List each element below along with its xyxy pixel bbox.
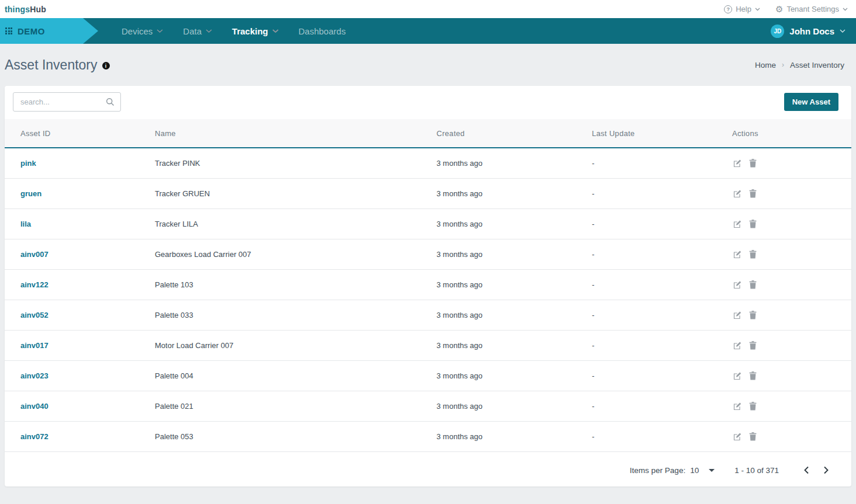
table-row: lila Tracker LILA 3 months ago - — [5, 208, 851, 239]
search-input[interactable] — [20, 98, 106, 106]
nav-item-label: Devices — [122, 26, 153, 36]
delete-button[interactable] — [748, 401, 757, 411]
table-row: ainv023 Palette 004 3 months ago - — [5, 360, 851, 391]
edit-button[interactable] — [732, 310, 742, 320]
delete-button[interactable] — [748, 249, 757, 259]
chevron-right-icon — [823, 466, 829, 474]
edit-icon — [732, 249, 742, 259]
new-asset-button[interactable]: New Asset — [784, 93, 838, 111]
info-icon[interactable]: i — [102, 62, 110, 69]
delete-button[interactable] — [748, 158, 757, 168]
asset-id-link[interactable]: ainv023 — [5, 360, 139, 391]
delete-icon — [748, 310, 757, 320]
asset-last-update: - — [576, 269, 716, 300]
edit-icon — [732, 158, 742, 168]
nav-item-data[interactable]: Data — [183, 26, 212, 36]
nav-item-dashboards[interactable]: Dashboards — [299, 26, 346, 36]
asset-last-update: - — [576, 239, 716, 269]
asset-last-update: - — [576, 178, 716, 208]
brand-part-1: things — [5, 5, 30, 14]
edit-button[interactable] — [732, 249, 742, 259]
edit-button[interactable] — [732, 432, 742, 442]
user-menu[interactable]: JD John Docs — [771, 18, 856, 44]
help-label: Help — [736, 5, 751, 13]
delete-icon — [748, 280, 757, 290]
edit-button[interactable] — [732, 371, 742, 381]
edit-icon — [732, 371, 742, 381]
asset-last-update: - — [576, 300, 716, 330]
delete-button[interactable] — [748, 371, 757, 381]
asset-id-link[interactable]: ainv007 — [5, 239, 139, 269]
asset-created: 3 months ago — [421, 330, 576, 360]
asset-id-link[interactable]: ainv040 — [5, 391, 139, 421]
delete-button[interactable] — [748, 432, 757, 442]
asset-id-link[interactable]: ainv122 — [5, 269, 139, 300]
delete-button[interactable] — [748, 340, 757, 350]
breadcrumb-current: Asset Inventory — [790, 61, 844, 69]
nav-item-devices[interactable]: Devices — [122, 26, 163, 36]
gear-icon: ⚙ — [775, 5, 783, 13]
avatar: JD — [771, 25, 784, 38]
page-title: Asset Inventory — [5, 57, 98, 73]
top-bar: thingsHub ? Help ⚙ Tenant Settings — [0, 0, 856, 18]
column-header-last-update: Last Update — [576, 119, 716, 148]
next-page-button[interactable] — [823, 466, 829, 474]
tenant-settings-menu[interactable]: ⚙ Tenant Settings — [775, 5, 848, 13]
asset-id-link[interactable]: lila — [5, 208, 139, 239]
thingshub-logo[interactable]: thingsHub — [5, 5, 46, 14]
edit-button[interactable] — [732, 219, 742, 229]
delete-icon — [748, 189, 757, 199]
asset-last-update: - — [576, 421, 716, 451]
items-per-page-select[interactable]: 10 — [690, 466, 715, 475]
table-row: ainv122 Palette 103 3 months ago - — [5, 269, 851, 300]
delete-button[interactable] — [748, 280, 757, 290]
edit-icon — [732, 310, 742, 320]
chevron-down-icon — [272, 29, 279, 33]
edit-icon — [732, 189, 742, 199]
help-menu[interactable]: ? Help — [724, 5, 760, 13]
asset-name: Palette 033 — [139, 300, 421, 330]
edit-icon — [732, 340, 742, 350]
chevron-down-icon — [843, 8, 848, 11]
delete-button[interactable] — [748, 310, 757, 320]
delete-icon — [748, 249, 757, 259]
asset-id-link[interactable]: ainv072 — [5, 421, 139, 451]
edit-button[interactable] — [732, 280, 742, 290]
table-header-row: Asset ID Name Created Last Update Action… — [5, 119, 851, 148]
asset-inventory-card: New Asset Asset ID Name Created Last Upd… — [5, 86, 851, 486]
asset-name: Palette 103 — [139, 269, 421, 300]
tenant-switcher[interactable]: DEMO — [0, 18, 98, 44]
delete-icon — [748, 401, 757, 411]
column-header-asset-id: Asset ID — [5, 119, 139, 148]
dropdown-arrow-icon — [709, 469, 715, 472]
table-row: ainv072 Palette 053 3 months ago - — [5, 421, 851, 451]
breadcrumb-home[interactable]: Home — [755, 61, 776, 69]
search-box — [13, 92, 121, 112]
table-row: ainv052 Palette 033 3 months ago - — [5, 300, 851, 330]
delete-icon — [748, 158, 757, 168]
chevron-left-icon — [803, 466, 809, 474]
asset-id-link[interactable]: ainv052 — [5, 300, 139, 330]
asset-created: 3 months ago — [421, 300, 576, 330]
asset-id-link[interactable]: pink — [5, 148, 139, 178]
asset-created: 3 months ago — [421, 239, 576, 269]
asset-name: Tracker LILA — [139, 208, 421, 239]
nav-item-tracking[interactable]: Tracking — [232, 26, 279, 36]
edit-button[interactable] — [732, 340, 742, 350]
asset-id-link[interactable]: gruen — [5, 178, 139, 208]
asset-name: Tracker GRUEN — [139, 178, 421, 208]
edit-icon — [732, 219, 742, 229]
asset-id-link[interactable]: ainv017 — [5, 330, 139, 360]
chevron-right-icon: › — [782, 61, 784, 69]
edit-button[interactable] — [732, 401, 742, 411]
asset-created: 3 months ago — [421, 391, 576, 421]
previous-page-button[interactable] — [803, 466, 809, 474]
asset-last-update: - — [576, 360, 716, 391]
asset-created: 3 months ago — [421, 148, 576, 178]
edit-button[interactable] — [732, 189, 742, 199]
delete-button[interactable] — [748, 219, 757, 229]
items-per-page-label: Items per Page: — [630, 466, 685, 475]
chevron-down-icon — [157, 29, 163, 33]
edit-button[interactable] — [732, 158, 742, 168]
delete-button[interactable] — [748, 189, 757, 199]
